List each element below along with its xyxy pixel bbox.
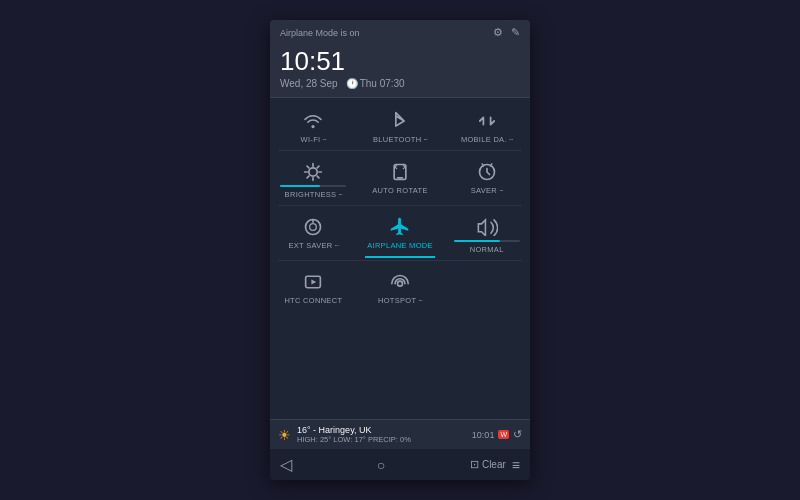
weather-badge: W: [498, 430, 509, 439]
bluetooth-icon: [393, 110, 407, 132]
qs-row-4: HTC CONNECT HOTSPOT ···: [270, 263, 530, 309]
phone-frame: Airplane Mode is on ⚙ ✎ 10:51 Wed, 28 Se…: [270, 20, 530, 480]
brightness-fill: [280, 185, 320, 187]
settings-icon[interactable]: ⚙: [493, 26, 503, 39]
time-area: 10:51 Wed, 28 Sep 🕐 Thu 07:30: [270, 43, 530, 98]
hotspot-icon: [389, 271, 411, 293]
divider-3: [278, 260, 522, 261]
alarm-icon: 🕐: [346, 78, 358, 89]
svg-line-6: [317, 176, 319, 178]
svg-point-12: [310, 223, 317, 230]
current-date: Wed, 28 Sep: [280, 78, 338, 89]
qs-row-3: EXT SAVER ··· AIRPLANE MODE: [270, 208, 530, 258]
airplane-icon: [389, 216, 411, 238]
menu-button[interactable]: ≡: [512, 457, 520, 473]
qs-empty: [443, 263, 530, 309]
quick-settings: WI-FI ··· BLUETOOTH ···: [270, 98, 530, 419]
svg-point-0: [309, 167, 317, 175]
hotspot-dots: ···: [418, 296, 422, 305]
qs-saver[interactable]: SAVER ···: [443, 153, 530, 203]
wifi-label: WI-FI: [301, 135, 321, 144]
brightness-bar: [280, 185, 346, 187]
home-button[interactable]: ○: [377, 457, 385, 473]
wifi-dots: ···: [322, 135, 326, 144]
weather-info: 16° - Haringey, UK HIGH: 25° LOW: 17° PR…: [297, 425, 411, 444]
airplanemode-label: AIRPLANE MODE: [367, 241, 433, 250]
extsaver-label: EXT SAVER: [288, 241, 332, 250]
hotspot-label: HOTSPOT: [378, 296, 416, 305]
qs-autorotate[interactable]: AUTO ROTATE: [357, 153, 444, 203]
nav-bar: ◁ ○ ⊡ Clear ≡: [270, 449, 530, 480]
svg-line-7: [307, 176, 309, 178]
bluetooth-dots: ···: [423, 135, 427, 144]
weather-sun-icon: ☀: [278, 427, 291, 443]
divider-1: [278, 150, 522, 151]
wifi-icon: [303, 110, 323, 132]
volume-icon: [476, 216, 498, 238]
qs-htcconnect[interactable]: HTC CONNECT: [270, 263, 357, 309]
qs-brightness[interactable]: BRIGHTNESS ···: [270, 153, 357, 203]
status-icons: ⚙ ✎: [493, 26, 520, 39]
svg-line-5: [307, 166, 309, 168]
clear-button[interactable]: ⊡ Clear: [470, 458, 506, 471]
saver-dots: ···: [499, 186, 503, 195]
mobiledata-dots: ···: [509, 135, 513, 144]
divider-2: [278, 205, 522, 206]
bluetooth-label: BLUETOOTH: [373, 135, 421, 144]
mobiledata-icon: [478, 110, 496, 132]
qs-wifi[interactable]: WI-FI ···: [270, 102, 357, 148]
nav-right: ⊡ Clear ≡: [470, 457, 520, 473]
edit-icon[interactable]: ✎: [511, 26, 520, 39]
weather-left: ☀ 16° - Haringey, UK HIGH: 25° LOW: 17° …: [278, 425, 411, 444]
autorotate-label: AUTO ROTATE: [372, 186, 427, 195]
normal-label: NORMAL: [470, 245, 504, 254]
airplane-status-label: Airplane Mode is on: [280, 28, 360, 38]
brightness-icon: [303, 161, 323, 183]
weather-right: 10:01 W ↺: [472, 428, 522, 441]
brightness-dots: ···: [338, 190, 342, 199]
weather-time: 10:01: [472, 430, 495, 440]
qs-row-1: WI-FI ··· BLUETOOTH ···: [270, 102, 530, 148]
extsaver-dots: ···: [335, 241, 339, 250]
alarm-info: 🕐 Thu 07:30: [346, 78, 405, 89]
weather-refresh-icon[interactable]: ↺: [513, 428, 522, 441]
extsaver-icon: [303, 216, 323, 238]
current-time: 10:51: [280, 47, 520, 76]
saver-label: SAVER: [471, 186, 497, 195]
svg-line-8: [317, 166, 319, 168]
back-button[interactable]: ◁: [280, 455, 292, 474]
svg-marker-15: [312, 279, 317, 284]
saver-icon: [477, 161, 497, 183]
htcconnect-label: HTC CONNECT: [284, 296, 342, 305]
autorotate-icon: [390, 161, 410, 183]
alarm-time: Thu 07:30: [360, 78, 405, 89]
weather-detail: HIGH: 25° LOW: 17° PRECIP: 0%: [297, 435, 411, 444]
qs-row-2: BRIGHTNESS ··· AUTO ROTATE: [270, 153, 530, 203]
htcconnect-icon: [303, 271, 323, 293]
qs-normal[interactable]: NORMAL: [443, 208, 530, 258]
clear-icon: ⊡: [470, 458, 479, 471]
qs-extsaver[interactable]: EXT SAVER ···: [270, 208, 357, 258]
brightness-label: BRIGHTNESS: [285, 190, 337, 199]
qs-airplanemode[interactable]: AIRPLANE MODE: [357, 208, 444, 258]
clear-label: Clear: [482, 459, 506, 470]
volume-fill: [454, 240, 500, 242]
weather-temp: 16° - Haringey, UK: [297, 425, 411, 435]
qs-mobiledata[interactable]: MOBILE DA. ···: [443, 102, 530, 148]
volume-bar: [454, 240, 520, 242]
date-row: Wed, 28 Sep 🕐 Thu 07:30: [280, 78, 520, 89]
qs-bluetooth[interactable]: BLUETOOTH ···: [357, 102, 444, 148]
qs-hotspot[interactable]: HOTSPOT ···: [357, 263, 444, 309]
svg-point-16: [398, 281, 403, 286]
status-bar: Airplane Mode is on ⚙ ✎: [270, 20, 530, 43]
mobiledata-label: MOBILE DA.: [461, 135, 507, 144]
weather-bar[interactable]: ☀ 16° - Haringey, UK HIGH: 25° LOW: 17° …: [270, 419, 530, 449]
